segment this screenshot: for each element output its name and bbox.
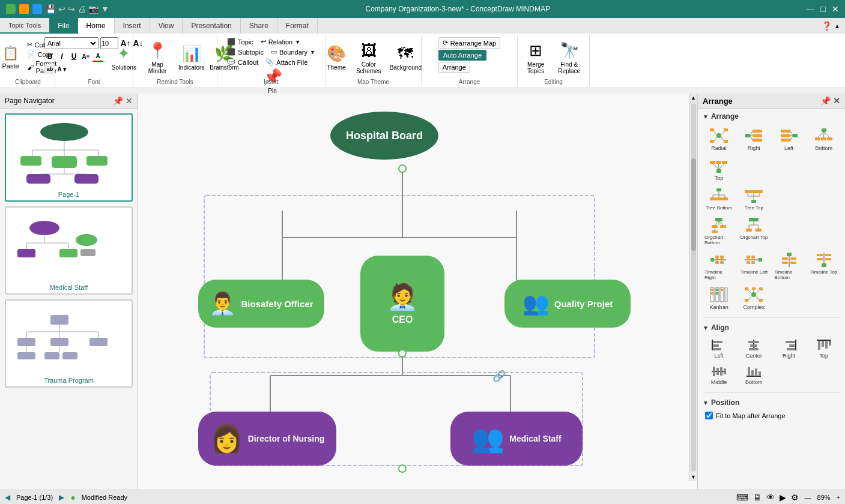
fit-to-map-checkbox[interactable] <box>705 412 713 419</box>
minimize-button[interactable]: — <box>807 4 815 14</box>
arrange-timeline-top[interactable]: Timeline Top <box>808 250 840 282</box>
underline-button[interactable]: U <box>68 51 79 62</box>
arrange-complex[interactable]: Complex <box>737 284 770 312</box>
align-center[interactable]: Center <box>737 337 770 361</box>
tab-insert[interactable]: Insert <box>115 18 150 34</box>
align-bottom[interactable]: Bottom <box>737 363 770 387</box>
italic-button[interactable]: I <box>56 51 67 62</box>
arrange-orgchart-bottom[interactable]: Orgchart Bottom <box>703 215 735 247</box>
callout-button[interactable]: 💬 Callout <box>225 58 260 67</box>
align-top[interactable]: Top <box>808 337 840 361</box>
arrange-panel-pin[interactable]: 📌 <box>820 96 831 106</box>
attach-file-button[interactable]: 📎 Attach File <box>264 58 309 67</box>
arrange-timeline-right[interactable]: Timeline Right <box>703 250 735 282</box>
settings-icon[interactable]: ⚙ <box>791 493 799 502</box>
arrange-timeline-left[interactable]: Timeline Left <box>737 250 770 282</box>
tab-file[interactable]: File <box>49 18 77 34</box>
camera-icon[interactable]: 📷 <box>88 4 98 14</box>
zoom-in-button[interactable]: + <box>837 494 840 501</box>
arrange-radial[interactable]: Radial <box>703 125 735 153</box>
redo-icon[interactable]: ↪ <box>68 4 75 14</box>
arrange-top[interactable]: Top <box>703 155 735 183</box>
hospital-board-node[interactable]: Hospital Board <box>330 112 438 160</box>
more-icon[interactable]: ▼ <box>101 4 109 14</box>
font-color2-button[interactable]: A▼ <box>57 64 68 74</box>
page-thumb-3[interactable]: Trauma Program <box>5 299 133 388</box>
scroll-up-button[interactable]: ▲ <box>689 94 697 102</box>
arrange-left[interactable]: Left <box>773 125 805 153</box>
nav-prev-button[interactable]: ◀ <box>5 493 10 502</box>
boundary-button[interactable]: ▭ Boundary ▼ <box>269 47 317 56</box>
undo-icon[interactable]: ↩ <box>58 4 65 14</box>
font-family-select[interactable]: Arial <box>44 37 98 49</box>
toolbar-icons: 💾 ↩ ↪ 🖨 📷 ▼ <box>46 4 109 14</box>
zoom-out-button[interactable]: — <box>805 494 811 501</box>
text-bg-button[interactable]: ab <box>44 64 55 74</box>
quality-node[interactable]: 👥 Quality Projet <box>504 280 631 328</box>
arrange-orgchart-top[interactable]: Orgchart Top <box>737 215 770 247</box>
arrange-timeline-bottom[interactable]: Timeline Bottom <box>773 250 805 282</box>
tab-view[interactable]: View <box>150 18 183 34</box>
connector-ceo-bottom[interactable] <box>398 349 407 358</box>
scroll-down-button[interactable]: ▼ <box>689 473 697 481</box>
main-canvas[interactable]: Hospital Board 🧑‍💼 CEO 👨‍💼 Biosafety Off… <box>138 94 697 490</box>
align-left[interactable]: Left <box>703 337 735 361</box>
text-highlight-button[interactable]: A≡ <box>80 51 91 62</box>
director-node[interactable]: 👩 Director of Nursing <box>198 412 336 466</box>
paste-button[interactable]: 📋 Paste <box>0 44 24 71</box>
help-icon[interactable]: ❓ <box>822 21 832 31</box>
biosafety-node[interactable]: 👨‍💼 Biosafety Officer <box>198 280 324 328</box>
ceo-node[interactable]: 🧑‍💼 CEO <box>360 256 444 352</box>
find-replace-button[interactable]: 🔭 Find & Replace <box>553 40 586 76</box>
topic-button[interactable]: ⬛ Topic <box>225 37 255 46</box>
print-icon[interactable]: 🖨 <box>77 4 86 14</box>
arrange-bottom[interactable]: Bottom <box>808 125 840 153</box>
maximize-button[interactable]: □ <box>821 4 826 14</box>
align-left-icon <box>710 338 727 352</box>
solutions-button[interactable]: ✦ Solutions <box>111 43 138 72</box>
mapminder-button[interactable]: 📍 Map Minder <box>141 40 174 76</box>
color-schemes-button[interactable]: 🖼 Color Schemes <box>350 40 388 76</box>
subtopic-button[interactable]: ⬛ Subtopic <box>225 47 265 56</box>
tab-presentation[interactable]: Presentation <box>183 18 240 34</box>
indicators-button[interactable]: 📊 Indicators <box>178 43 206 72</box>
arrange-panel-close[interactable]: ✕ <box>833 96 840 106</box>
panel-close-button[interactable]: ✕ <box>126 96 133 106</box>
align-right[interactable]: Right <box>773 337 805 361</box>
panel-pin-button[interactable]: 📌 <box>113 96 123 106</box>
merge-topics-button[interactable]: ⊞ Merge Topics <box>521 40 550 76</box>
close-button[interactable]: ✕ <box>832 4 839 14</box>
connector-hospital-bottom[interactable] <box>398 164 407 173</box>
arrange-tree-bottom[interactable]: Tree Bottom <box>703 185 735 212</box>
theme-button[interactable]: 🎨 Theme <box>326 43 347 72</box>
ribbon-expand-icon[interactable]: ▲ <box>834 23 840 29</box>
svg-rect-187 <box>724 368 726 374</box>
tab-home[interactable]: Home <box>78 18 115 34</box>
nav-next-button[interactable]: ▶ <box>59 493 64 502</box>
tab-share[interactable]: Share <box>241 18 277 34</box>
page-thumb-1[interactable]: Page-1 <box>5 113 133 202</box>
medical-staff-node[interactable]: 👥 Medical Staff <box>450 412 583 466</box>
relation-button[interactable]: ↩ Relation ▼ <box>259 37 302 46</box>
svg-rect-128 <box>759 258 762 262</box>
tree-top-icon <box>744 187 763 204</box>
save-icon[interactable]: 💾 <box>46 4 56 14</box>
rearrange-map-button[interactable]: ⟳ Rearrange Map <box>438 37 500 49</box>
play-icon[interactable]: ▶ <box>780 493 786 502</box>
arrange-right[interactable]: Right <box>737 125 770 153</box>
text-color-button[interactable]: A <box>92 51 103 62</box>
connector-bottom[interactable] <box>398 464 407 473</box>
vertical-scrollbar[interactable]: ▲ ▼ <box>689 94 697 481</box>
arrange-button[interactable]: Arrange <box>438 62 470 73</box>
auto-arrange-button[interactable]: Auto Arrange <box>438 50 486 61</box>
tab-format[interactable]: Format <box>277 18 318 34</box>
bold-button[interactable]: B <box>44 51 55 62</box>
cut-icon: ✂ <box>27 41 32 49</box>
link-icon[interactable]: 🔗 <box>492 370 506 383</box>
attach-icon: 📎 <box>265 58 274 66</box>
arrange-tree-top[interactable]: Tree Top <box>737 185 770 212</box>
arrange-kanban[interactable]: Kanban <box>703 284 735 312</box>
align-middle[interactable]: Middle <box>703 363 735 387</box>
background-button[interactable]: 🗺 Background <box>390 43 421 72</box>
page-thumb-2[interactable]: Medical Staff <box>5 206 133 295</box>
